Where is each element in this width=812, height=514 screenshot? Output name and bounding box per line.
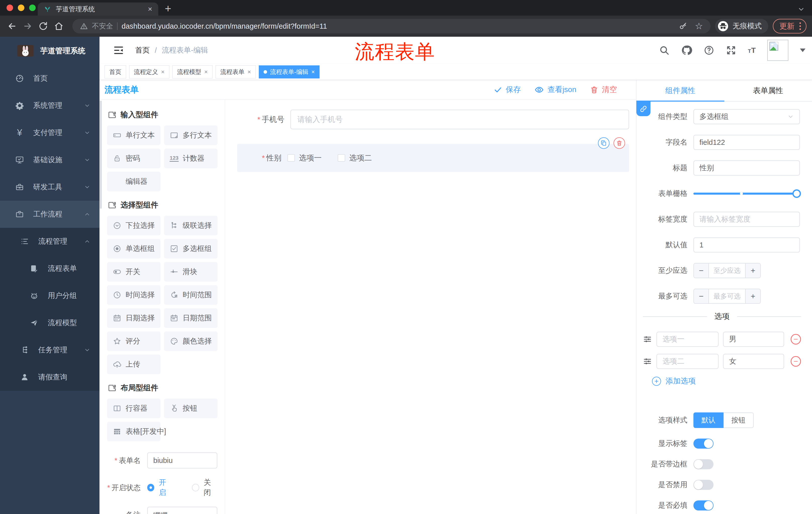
not-secure-warning-icon[interactable] bbox=[80, 22, 88, 30]
palette-item-radio-group[interactable]: 单选框组 bbox=[107, 239, 161, 259]
palette-item-input-text[interactable]: 单行文本 bbox=[107, 126, 161, 145]
sidebar-item-task-management[interactable]: 任务管理 bbox=[0, 336, 99, 363]
close-icon[interactable]: × bbox=[248, 69, 251, 76]
avatar-dropdown-caret-icon[interactable] bbox=[800, 49, 806, 52]
title-input[interactable]: 性别 bbox=[693, 160, 800, 175]
palette-item-button[interactable]: 按钮 bbox=[164, 399, 218, 418]
option-label-input[interactable]: 选项一 bbox=[657, 332, 719, 347]
minimize-window-button[interactable] bbox=[18, 4, 24, 11]
gender-option-2[interactable]: 选项二 bbox=[338, 153, 372, 163]
font-size-icon[interactable]: TT bbox=[748, 46, 756, 55]
max-select-stepper[interactable]: −最多可选+ bbox=[693, 289, 761, 304]
palette-item-time-picker[interactable]: 时间选择 bbox=[107, 285, 161, 305]
palette-item-checkbox-group[interactable]: 多选框组 bbox=[164, 239, 218, 259]
slider-handle[interactable] bbox=[792, 189, 801, 198]
tag-process-model[interactable]: 流程模型× bbox=[172, 65, 212, 78]
remove-option-button[interactable]: − bbox=[791, 334, 801, 345]
avatar[interactable] bbox=[767, 40, 788, 61]
drag-handle-icon[interactable] bbox=[643, 357, 652, 366]
palette-item-date-picker[interactable]: 日期选择 bbox=[107, 308, 161, 328]
password-key-icon[interactable] bbox=[679, 22, 687, 30]
palette-item-upload[interactable]: 上传 bbox=[107, 355, 161, 374]
tab-close-icon[interactable]: × bbox=[148, 5, 152, 13]
palette-item-row-container[interactable]: 行容器 bbox=[107, 399, 161, 418]
form-remark-textarea[interactable]: 嘿嘿 bbox=[147, 507, 217, 514]
form-canvas[interactable]: *手机号 请输入手机号 *性别 选项一 bbox=[225, 100, 636, 514]
close-icon[interactable]: × bbox=[204, 69, 208, 76]
fullscreen-icon[interactable] bbox=[726, 45, 736, 56]
palette-item-switch[interactable]: 开关 bbox=[107, 262, 161, 282]
back-icon[interactable] bbox=[5, 20, 19, 33]
palette-item-number[interactable]: 123计数器 bbox=[164, 148, 218, 168]
plus-button[interactable]: + bbox=[746, 289, 760, 303]
sidebar-item-process-model[interactable]: 流程模型 bbox=[0, 309, 99, 336]
copy-component-button[interactable] bbox=[598, 137, 609, 149]
component-type-select[interactable]: 多选框组 bbox=[693, 109, 800, 124]
option-value-input[interactable]: 女 bbox=[723, 354, 784, 369]
plus-button[interactable]: + bbox=[746, 264, 760, 278]
palette-item-color-picker[interactable]: 颜色选择 bbox=[164, 331, 218, 351]
external-link-tab[interactable] bbox=[636, 102, 650, 116]
status-off-label[interactable]: 关闭 bbox=[204, 478, 218, 498]
url-text[interactable]: dashboard.yudao.iocoder.cn/bpm/manager/f… bbox=[122, 22, 327, 30]
remove-option-button[interactable]: − bbox=[791, 356, 801, 367]
sidebar-item-payment[interactable]: ¥ 支付管理 bbox=[0, 119, 99, 146]
status-off-radio[interactable] bbox=[192, 484, 199, 491]
browser-menu-icon[interactable] bbox=[800, 22, 801, 30]
minus-button[interactable]: − bbox=[694, 289, 708, 303]
required-toggle[interactable] bbox=[693, 501, 714, 511]
tag-process-form[interactable]: 流程表单× bbox=[215, 65, 256, 78]
tag-home[interactable]: 首页 bbox=[105, 65, 126, 78]
checkbox-icon[interactable] bbox=[287, 154, 295, 162]
style-button-button[interactable]: 按钮 bbox=[724, 412, 754, 428]
breadcrumb-home[interactable]: 首页 bbox=[135, 45, 150, 55]
reload-icon[interactable] bbox=[37, 20, 50, 33]
checkbox-icon[interactable] bbox=[338, 154, 345, 162]
form-grid-slider[interactable] bbox=[693, 186, 800, 201]
palette-item-cascader[interactable]: 级联选择 bbox=[164, 216, 218, 235]
palette-scrollbar[interactable] bbox=[100, 101, 102, 209]
add-option-button[interactable]: + 添加选项 bbox=[652, 376, 812, 386]
app-logo-row[interactable]: 芋道管理系统 bbox=[0, 37, 99, 65]
close-window-button[interactable] bbox=[6, 4, 13, 11]
palette-item-time-range[interactable]: 时间范围 bbox=[164, 285, 218, 305]
sidebar-collapse-icon[interactable] bbox=[113, 45, 124, 56]
palette-item-textarea[interactable]: 多行文本 bbox=[164, 126, 218, 145]
help-icon[interactable] bbox=[704, 45, 714, 56]
view-json-button[interactable]: 查看json bbox=[534, 84, 576, 95]
clear-button[interactable]: 清空 bbox=[590, 84, 617, 95]
tab-search-chevron-icon[interactable] bbox=[798, 5, 805, 13]
palette-item-table[interactable]: 表格[开发中] bbox=[107, 422, 161, 441]
option-label-input[interactable]: 选项二 bbox=[657, 354, 719, 369]
url-bar[interactable]: 不安全 dashboard.yudao.iocoder.cn/bpm/manag… bbox=[72, 19, 710, 33]
palette-item-rate[interactable]: 评分 bbox=[107, 331, 161, 351]
canvas-field-phone[interactable]: *手机号 请输入手机号 bbox=[237, 110, 629, 129]
sidebar-item-leave-query[interactable]: 请假查询 bbox=[0, 363, 99, 391]
bookmark-star-icon[interactable]: ☆ bbox=[695, 21, 703, 31]
palette-item-rich-editor[interactable]: 编辑器 bbox=[107, 172, 161, 191]
border-toggle[interactable] bbox=[693, 459, 714, 469]
minus-button[interactable]: − bbox=[694, 264, 708, 278]
close-icon[interactable]: × bbox=[161, 69, 165, 76]
sidebar-item-process-management[interactable]: 流程管理 bbox=[0, 228, 99, 255]
disabled-toggle[interactable] bbox=[693, 480, 714, 490]
palette-item-date-range[interactable]: 日期范围 bbox=[164, 308, 218, 328]
close-icon[interactable]: × bbox=[311, 69, 315, 76]
tab-component-properties[interactable]: 组件属性 bbox=[636, 80, 724, 101]
maximize-window-button[interactable] bbox=[29, 4, 36, 11]
sidebar-item-process-form[interactable]: 流程表单 bbox=[0, 255, 99, 282]
tag-process-form-edit[interactable]: 流程表单-编辑× bbox=[259, 65, 320, 78]
sidebar-item-workflow[interactable]: 工作流程 bbox=[0, 201, 99, 228]
window-controls[interactable] bbox=[6, 4, 36, 11]
update-button[interactable]: 更新 bbox=[773, 19, 807, 33]
new-tab-button[interactable]: + bbox=[165, 3, 171, 14]
sidebar-item-system[interactable]: 系统管理 bbox=[0, 92, 99, 119]
phone-field-input[interactable]: 请输入手机号 bbox=[290, 110, 629, 129]
forward-icon[interactable] bbox=[21, 20, 34, 33]
option-value-input[interactable]: 男 bbox=[723, 332, 784, 347]
github-icon[interactable] bbox=[681, 45, 692, 56]
tab-form-properties[interactable]: 表单属性 bbox=[724, 80, 812, 101]
show-label-toggle[interactable] bbox=[693, 438, 714, 449]
tag-process-definition[interactable]: 流程定义× bbox=[129, 65, 169, 78]
field-name-input[interactable]: field122 bbox=[693, 135, 800, 150]
